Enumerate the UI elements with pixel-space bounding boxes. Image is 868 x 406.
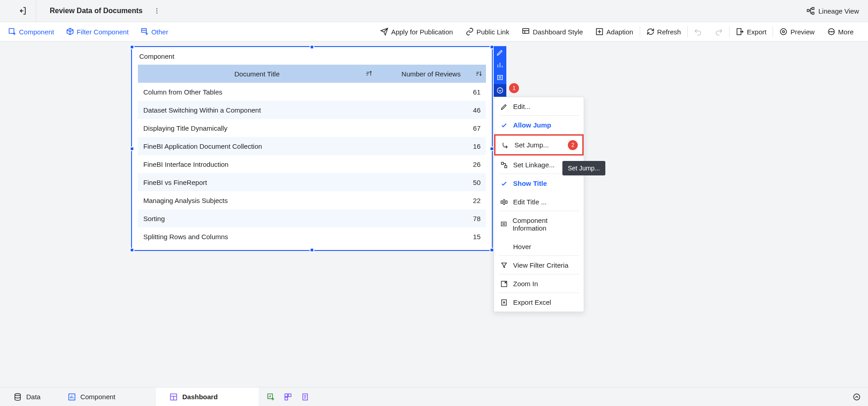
undo-button[interactable] [688, 22, 708, 41]
canvas[interactable]: Component Document Title Number of Revie… [0, 42, 868, 387]
side-detail-button[interactable] [494, 71, 506, 84]
table-row[interactable]: FineBI Application Document Collection16 [138, 137, 486, 155]
footer-tab-component[interactable]: Component [54, 387, 156, 406]
svg-point-34 [854, 394, 860, 400]
svg-point-18 [497, 88, 503, 93]
svg-rect-22 [505, 201, 507, 203]
document-icon [301, 393, 309, 401]
edit-title-icon [500, 198, 508, 206]
svg-rect-17 [498, 76, 503, 80]
apply-button[interactable]: Apply for Publication [374, 22, 459, 41]
column-header-reviews[interactable]: Number of Reviews [376, 65, 486, 83]
cell-reviews: 78 [376, 209, 486, 227]
footer-icon-doc[interactable] [301, 393, 309, 401]
menu-view-filter[interactable]: View Filter Criteria [494, 256, 584, 274]
menu-allow-jump[interactable]: Allow Jump [494, 116, 584, 134]
menu-edit-title[interactable]: Edit Title ... [494, 193, 584, 211]
footer-tab-data[interactable]: Data [0, 387, 54, 406]
menu-view-filter-label: View Filter Criteria [513, 261, 568, 269]
table-row[interactable]: Column from Other Tables61 [138, 83, 486, 101]
header-bar: Review Data of Documents Lineage View [0, 0, 868, 22]
adaption-label: Adaption [606, 28, 633, 36]
filter-component-icon [66, 28, 74, 36]
more-button[interactable]: More [821, 22, 860, 41]
menu-show-title[interactable]: Show Title [494, 174, 584, 193]
send-icon [380, 28, 388, 36]
column-header-doc[interactable]: Document Title [138, 65, 376, 83]
resize-handle[interactable] [130, 146, 134, 151]
header-more-button[interactable] [151, 7, 162, 14]
resize-handle[interactable] [130, 248, 134, 252]
menu-export-excel-label: Export Excel [513, 298, 551, 306]
svg-rect-3 [807, 9, 810, 12]
chart-add-icon [267, 393, 275, 401]
footer-tab-dashboard[interactable]: Dashboard [156, 387, 258, 406]
zoom-in-icon [500, 280, 508, 288]
side-chart-button[interactable] [494, 59, 506, 71]
footer-collapse-button[interactable] [845, 393, 868, 401]
chevron-up-circle-icon [853, 393, 861, 401]
sort-icon[interactable] [475, 70, 482, 77]
component-side-toolbar [494, 46, 506, 97]
cell-reviews: 50 [376, 173, 486, 191]
footer-icon-layout[interactable] [284, 393, 292, 401]
public-link-button[interactable]: Public Link [459, 22, 516, 41]
adaption-button[interactable]: Adaption [589, 22, 639, 41]
resize-handle[interactable] [130, 45, 134, 49]
bar-chart-icon [496, 61, 504, 69]
sort-icon[interactable] [365, 70, 373, 77]
table-row[interactable]: FineBI vs FineReport50 [138, 173, 486, 191]
back-button[interactable] [9, 0, 36, 22]
dashboard-style-label: Dashboard Style [533, 28, 583, 36]
redo-icon [715, 28, 723, 36]
component-box[interactable]: Component Document Title Number of Revie… [131, 46, 493, 251]
lineage-icon [807, 7, 815, 15]
redo-button[interactable] [708, 22, 729, 41]
dashboard-style-button[interactable]: Dashboard Style [515, 22, 589, 41]
cell-title: Column from Other Tables [138, 83, 376, 101]
cell-reviews: 46 [376, 101, 486, 119]
info-card-icon [500, 221, 507, 228]
footer-tab-dashboard-label: Dashboard [182, 393, 217, 401]
svg-rect-20 [505, 165, 507, 168]
cell-title: FineBI vs FineReport [138, 173, 376, 191]
menu-component-info[interactable]: Component Information [494, 211, 584, 237]
data-table: Document Title Number of Reviews Column … [138, 65, 486, 245]
preview-button[interactable]: Preview [773, 22, 821, 41]
cell-reviews: 67 [376, 119, 486, 137]
table-row[interactable]: Dataset Switching Within a Component46 [138, 101, 486, 119]
menu-hover[interactable]: Hover [494, 237, 584, 256]
callout-1: 1 [509, 83, 519, 93]
side-edit-button[interactable] [494, 46, 506, 59]
check-icon [500, 180, 508, 187]
table-row[interactable]: Sorting78 [138, 209, 486, 227]
menu-edit-label: Edit... [513, 103, 530, 110]
table-row[interactable]: FineBI Interface Introduction26 [138, 155, 486, 173]
excel-icon [500, 299, 508, 306]
export-button[interactable]: Export [730, 22, 773, 41]
refresh-button[interactable]: Refresh [640, 22, 688, 41]
svg-rect-5 [812, 12, 814, 14]
back-icon [18, 6, 27, 15]
database-icon [14, 393, 22, 401]
resize-handle[interactable] [310, 45, 314, 49]
add-component-button[interactable]: Component [8, 28, 54, 36]
add-other-label: Other [151, 28, 169, 36]
table-row[interactable]: Displaying Title Dynamically67 [138, 119, 486, 137]
menu-set-jump[interactable]: Set Jump... 2 [494, 134, 584, 156]
menu-export-excel[interactable]: Export Excel [494, 293, 584, 312]
footer-tab-data-label: Data [26, 393, 41, 401]
footer-tab-component-label: Component [80, 393, 116, 401]
layout-icon [284, 393, 292, 401]
lineage-view-button[interactable]: Lineage View [807, 7, 859, 15]
table-row[interactable]: Splitting Rows and Columns15 [138, 227, 486, 245]
menu-zoom-in[interactable]: Zoom In [494, 274, 584, 293]
footer-icon-add[interactable] [267, 393, 275, 401]
table-row[interactable]: Managing Analysis Subjects22 [138, 191, 486, 209]
pencil-icon [500, 103, 508, 110]
resize-handle[interactable] [310, 248, 314, 252]
side-dropdown-button[interactable] [494, 84, 506, 97]
menu-edit[interactable]: Edit... [494, 97, 584, 116]
add-other-button[interactable]: Other [141, 28, 169, 36]
add-filter-button[interactable]: Filter Component [66, 28, 129, 36]
